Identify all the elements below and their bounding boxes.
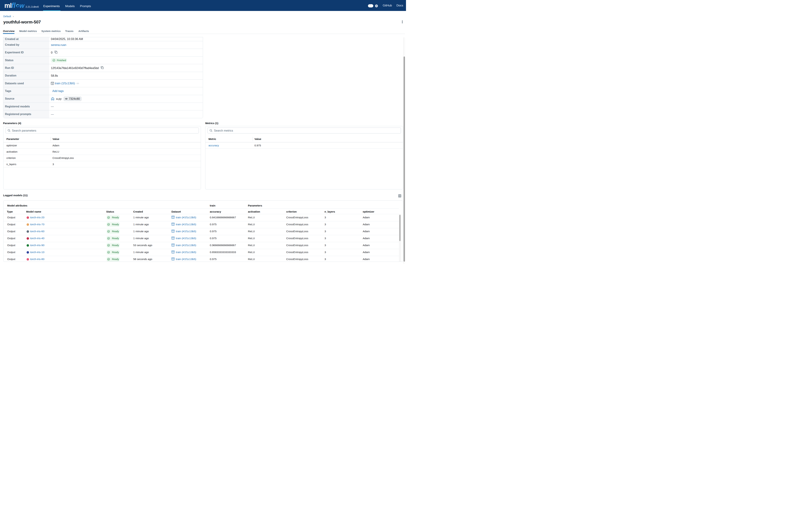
svg-text:ml: ml	[4, 2, 12, 9]
svg-text:2.21.3.dev0: 2.21.3.dev0	[26, 5, 39, 8]
svg-text:w: w	[19, 2, 25, 9]
svg-text:fl: fl	[11, 2, 16, 9]
